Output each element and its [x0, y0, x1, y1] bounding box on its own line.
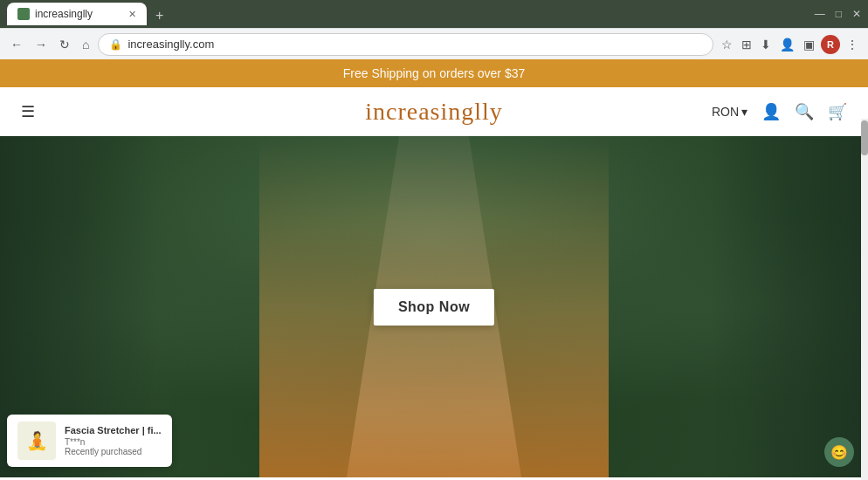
- cart-nav-button[interactable]: 🛒: [828, 102, 847, 121]
- account-nav-button[interactable]: 👤: [761, 102, 781, 121]
- home-button[interactable]: ⌂: [79, 36, 93, 53]
- url-text: increasinglly.com: [127, 38, 214, 51]
- minimize-button[interactable]: —: [815, 8, 825, 20]
- tab-label: increasinglly: [35, 8, 93, 20]
- account-button[interactable]: 👤: [777, 35, 797, 54]
- toolbar-actions: ☆ ⊞ ⬇ 👤 ▣ R ⋮: [719, 35, 861, 54]
- chat-button[interactable]: 😊: [824, 437, 854, 467]
- site-logo[interactable]: increasinglly: [365, 98, 503, 126]
- close-window-button[interactable]: ✕: [852, 8, 861, 20]
- product-name: Fascia Stretcher | fi...: [65, 425, 162, 435]
- extensions-button[interactable]: ⊞: [739, 35, 754, 54]
- shop-now-button[interactable]: Shop Now: [374, 289, 494, 326]
- browser-toolbar: ← → ↻ ⌂ 🔒 increasinglly.com ☆ ⊞ ⬇ 👤 ▣ R …: [0, 28, 868, 59]
- popup-text: Fascia Stretcher | fi... T***n Recently …: [65, 425, 162, 456]
- browser-window: increasinglly ✕ + — □ ✕ ← → ↻ ⌂ 🔒 increa…: [0, 0, 868, 480]
- new-tab-button[interactable]: +: [148, 6, 170, 25]
- currency-selector[interactable]: RON ▾: [712, 105, 747, 119]
- currency-label: RON: [712, 105, 739, 119]
- reload-button[interactable]: ↻: [56, 36, 73, 53]
- bookmark-button[interactable]: ☆: [719, 35, 735, 54]
- announcement-bar: Free Shipping on orders over $37: [0, 59, 868, 87]
- browser-titlebar: increasinglly ✕ + — □ ✕: [0, 0, 868, 28]
- split-view-button[interactable]: ▣: [801, 35, 817, 54]
- profile-avatar[interactable]: R: [821, 35, 840, 54]
- right-foliage: [711, 136, 868, 477]
- tab-bar: increasinglly ✕ +: [7, 3, 170, 25]
- tab-close-icon[interactable]: ✕: [128, 9, 136, 20]
- product-emoji-icon: 🧘: [26, 430, 48, 451]
- menu-button[interactable]: ⋮: [844, 35, 861, 54]
- back-button[interactable]: ←: [7, 36, 26, 53]
- lock-icon: 🔒: [109, 38, 122, 51]
- active-tab[interactable]: increasinglly ✕: [7, 3, 147, 25]
- site-content: Free Shipping on orders over $37 ☰ incre…: [0, 59, 868, 480]
- recently-purchased-popup: 🧘 Fascia Stretcher | fi... T***n Recentl…: [7, 415, 172, 467]
- scrollbar-thumb[interactable]: [861, 120, 868, 155]
- site-header: ☰ increasinglly RON ▾ 👤 🔍 🛒: [0, 87, 868, 136]
- hamburger-menu-button[interactable]: ☰: [21, 102, 35, 121]
- scrollbar-track[interactable]: [861, 119, 868, 480]
- currency-chevron-icon: ▾: [741, 105, 747, 119]
- product-thumbnail: 🧘: [17, 422, 56, 460]
- chat-icon: 😊: [830, 444, 848, 461]
- profile-download-button[interactable]: ⬇: [758, 35, 774, 54]
- window-controls: — □ ✕: [815, 8, 861, 20]
- maximize-button[interactable]: □: [836, 8, 842, 20]
- purchase-status: Recently purchased: [65, 447, 162, 456]
- announcement-text: Free Shipping on orders over $37: [343, 66, 526, 80]
- search-nav-button[interactable]: 🔍: [795, 102, 814, 121]
- hero-section: Shop Now 🧘 Fascia Stretcher | fi... T***…: [0, 136, 868, 477]
- tab-favicon: [17, 8, 30, 20]
- address-bar[interactable]: 🔒 increasinglly.com: [98, 33, 713, 56]
- customer-name: T***n: [65, 437, 162, 447]
- nav-right: RON ▾ 👤 🔍 🛒: [712, 102, 847, 121]
- forward-button[interactable]: →: [31, 36, 51, 53]
